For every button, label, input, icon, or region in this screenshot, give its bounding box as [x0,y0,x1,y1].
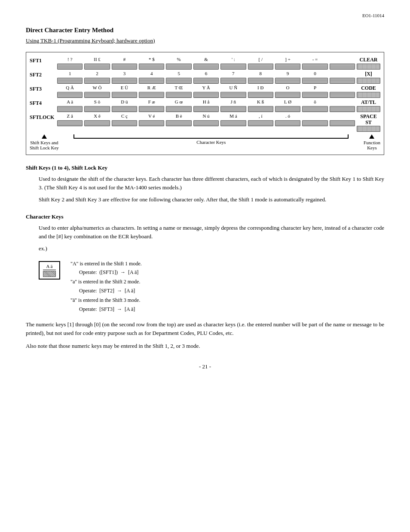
key-character: ' : [232,57,235,64]
key-graphic [84,64,110,70]
example-descriptions: "A" is entered in the Shift 1 mode.Opera… [70,259,142,314]
key-character: 7 [232,71,235,78]
example-line: "a" is entered in the Shift 2 mode.Opera… [70,277,142,295]
key-graphic [220,64,246,70]
operate-label: Operate: [79,268,97,277]
page-title: Direct Character Entry Method [26,27,384,34]
shift-keys-label: Shift Keys and Shift Lock Key [30,134,59,150]
function-key-cell: CLEAR [357,57,380,70]
key-graphic [84,120,110,126]
keyboard-cell: ! ? [57,57,83,70]
key-graphic [248,78,273,84]
key-graphic [166,64,191,70]
subtitle: Using TKB-1 (Programming Keyboard; hardw… [26,37,384,44]
keyboard-cell: õ [302,99,327,112]
page-number: - 21 - [26,363,384,370]
key-graphic [302,120,327,126]
section-paragraph: Shift Key 2 and Shift Key 3 are effectiv… [39,195,384,204]
key-character: * $ [149,57,155,64]
key-character: T Œ [175,85,183,92]
keyboard-cell: * $ [139,57,164,70]
key-character: õ [314,99,316,106]
key-graphic [220,92,246,98]
key-character: ] + [285,57,291,64]
keyboard-cell: J ñ [220,99,246,112]
keyboard-row-label: SFT4 [30,99,55,112]
key-character: 2 [96,71,98,78]
key-character: J ñ [231,99,236,106]
section-shift-keys: Shift Keys (1 to 4), Shift Lock KeyUsed … [26,164,384,204]
keyboard-cell: 8 [248,71,273,84]
key-graphic [220,106,246,112]
keyboard-cell: ] + [275,57,300,70]
operate-arrow: → [117,305,122,313]
key-graphic [330,120,355,126]
character-keys-text: Character Keys [59,140,364,145]
operate-arrow: → [120,268,125,277]
key-character: 0 [314,71,316,78]
key-character: & [204,57,208,64]
example-description-text: "ä" is entered in the Shift 3 mode. [70,296,142,304]
keyboard-cell: E Ü [112,85,137,98]
example-line: "ä" is entered in the Shift 3 mode.Opera… [70,296,142,313]
keyboard-cell [330,99,355,112]
key-graphic [193,64,219,70]
operate-sequence: ([SFT1]) [99,268,118,277]
keyboard-cell: P [302,85,327,98]
function-key-label: CODE [361,85,376,92]
operate-result: [A ä] [128,268,138,277]
section-paragraph: Used to designate the shift of the chara… [39,175,384,192]
keyboard-cell: X ê [84,113,110,132]
keyboard-cell: U Ñ [220,85,246,98]
keyboard-cell: , í [248,113,273,132]
function-key-cell: SPACE ST [357,113,380,132]
key-graphic [330,64,355,70]
key-graphic [166,106,191,112]
key-graphic [193,106,219,112]
key-character: E Ü [121,85,128,92]
key-graphic [248,120,273,126]
key-character: 1 [69,71,71,78]
keyboard-cell: 3 [112,71,137,84]
keyboard-footer: Shift Keys and Shift Lock Key Character … [30,134,380,150]
example-description-text: "a" is entered in the Shift 2 mode. [70,277,142,286]
key-graphic [139,64,164,70]
arrow-up-left [42,134,47,139]
key-character: H å [203,99,210,106]
key-character: - = [312,57,318,64]
key-graphic [112,78,137,84]
key-character: G œ [175,99,183,106]
key-character: Y Å [202,85,210,92]
key-graphic [220,120,246,126]
keyboard-cell [302,113,327,132]
keyboard-cell: M á [220,113,246,132]
key-graphic [248,92,273,98]
operate-result: [A ä] [125,286,135,295]
key-character: 5 [177,71,180,78]
section-paragraph: ex.) [39,244,384,253]
example-line: "A" is entered in the Shift 1 mode.Opera… [70,259,142,277]
key-character: D ü [121,99,128,106]
key-character: II £ [94,57,101,64]
keyboard-cell: D ü [112,99,137,112]
example-operate-line: Operate:([SFT1])→[A ä] [70,268,142,277]
keyboard-cell: & [193,57,219,70]
key-graphic [302,78,327,84]
example-key-box: A ä [39,261,60,280]
key-graphic [84,78,110,84]
keyboard-cell: 9 [275,71,300,84]
key-graphic [57,106,83,112]
key-graphic [302,106,327,112]
keyboard-cell: Z â [57,113,83,132]
keyboard-cell: 4 [139,71,164,84]
key-graphic [139,78,164,84]
keyboard-cell: 1 [57,71,83,84]
keyboard-grid: SFT1! ?II £#* $%&' :[ /] +- =CLEARSFT212… [30,57,380,132]
keyboard-cell: II £ [84,57,110,70]
key-graphic [57,78,83,84]
key-bottom-graphic [43,271,56,277]
key-graphic [193,78,219,84]
key-graphic [220,78,246,84]
keyboard-cell: W Ö [84,85,110,98]
keyboard-cell: [ / [248,57,273,70]
